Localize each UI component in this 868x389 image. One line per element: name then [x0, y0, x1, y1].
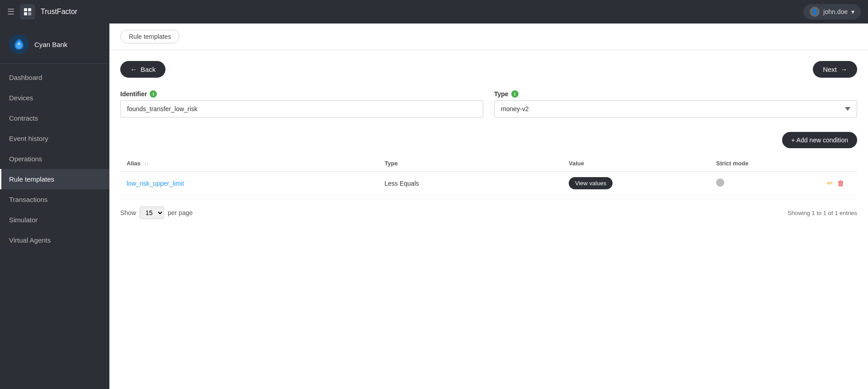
back-arrow-icon: ← [130, 66, 137, 73]
form-row: Identifier i Type i money-v2 money-v1 st… [120, 90, 857, 117]
sidebar-item-label: Contracts [9, 114, 38, 122]
chevron-down-icon: ▾ [851, 8, 854, 15]
per-page-select[interactable]: 10 15 25 50 [140, 206, 164, 219]
sidebar-item-label: Rule templates [9, 175, 54, 183]
view-values-button[interactable]: View values [569, 177, 613, 189]
user-name: john.doe [823, 8, 848, 15]
actions-cell: ✏ 🗑 [821, 172, 858, 195]
nav-row: ← Back Next → [120, 61, 857, 78]
edit-icon[interactable]: ✏ [827, 179, 833, 187]
main-content: Rule templates ← Back Next → Identifier [109, 23, 868, 389]
identifier-info-icon: i [150, 90, 157, 98]
add-condition-button[interactable]: + Add new condition [782, 132, 857, 148]
strict-mode-toggle[interactable] [716, 178, 724, 187]
entries-info: Showing 1 to 1 of 1 entries [788, 210, 857, 216]
table-header: Alias ↑↓ Type Value Strict mode [120, 155, 857, 172]
sidebar: Cyan Bank Dashboard Devices Contracts Ev… [0, 23, 109, 389]
bank-name: Cyan Bank [34, 41, 67, 48]
hamburger-icon[interactable]: ☰ [7, 7, 14, 17]
sidebar-item-event-history[interactable]: Event history [0, 128, 109, 149]
value-cell: View values [562, 172, 710, 195]
sidebar-item-label: Virtual Agents [9, 236, 51, 244]
sidebar-item-label: Simulator [9, 216, 38, 224]
strict-mode-cell [710, 172, 821, 195]
app-title: TrustFactor [41, 8, 77, 16]
next-button[interactable]: Next → [813, 61, 857, 78]
type-info-icon: i [511, 90, 519, 98]
type-group: Type i money-v2 money-v1 standard [494, 90, 857, 117]
topbar: ☰ TrustFactor 👤 john.doe ▾ [0, 0, 868, 23]
sidebar-item-label: Transactions [9, 196, 47, 203]
sidebar-item-devices[interactable]: Devices [0, 88, 109, 108]
next-arrow-icon: → [840, 66, 847, 73]
conditions-table: Alias ↑↓ Type Value Strict mode low_risk… [120, 155, 857, 195]
add-condition-row: + Add new condition [120, 132, 857, 148]
sidebar-item-virtual-agents[interactable]: Virtual Agents [0, 230, 109, 250]
sidebar-item-transactions[interactable]: Transactions [0, 189, 109, 210]
identifier-group: Identifier i [120, 90, 483, 117]
type-label: Type i [494, 90, 857, 98]
value-column-header: Value [562, 155, 710, 172]
layout: Cyan Bank Dashboard Devices Contracts Ev… [0, 23, 868, 389]
action-icons: ✏ 🗑 [827, 179, 851, 187]
strict-mode-column-header: Strict mode [710, 155, 821, 172]
page-content: ← Back Next → Identifier i [109, 50, 868, 389]
next-label: Next [823, 66, 837, 73]
svg-rect-1 [28, 8, 31, 11]
breadcrumb-rule-templates[interactable]: Rule templates [120, 30, 179, 43]
bank-logo [9, 34, 29, 54]
alias-column-header: Alias ↑↓ [120, 155, 378, 172]
per-page-label: per page [168, 209, 193, 216]
topbar-left: ☰ TrustFactor [7, 4, 77, 19]
sidebar-item-dashboard[interactable]: Dashboard [0, 67, 109, 88]
back-label: Back [141, 66, 156, 73]
sidebar-item-label: Event history [9, 135, 48, 142]
sidebar-item-label: Operations [9, 155, 42, 163]
type-column-header: Type [378, 155, 563, 172]
svg-rect-2 [24, 12, 27, 15]
bank-info: Cyan Bank [0, 31, 109, 64]
user-menu[interactable]: 👤 john.doe ▾ [803, 4, 861, 19]
show-per-page: Show 10 15 25 50 per page [120, 206, 193, 219]
sidebar-item-label: Devices [9, 94, 33, 102]
breadcrumb-bar: Rule templates [109, 23, 868, 50]
sidebar-item-contracts[interactable]: Contracts [0, 108, 109, 128]
sidebar-item-operations[interactable]: Operations [0, 149, 109, 169]
sidebar-item-simulator[interactable]: Simulator [0, 210, 109, 230]
identifier-input[interactable] [120, 100, 483, 117]
actions-column-header [821, 155, 858, 172]
type-select[interactable]: money-v2 money-v1 standard [494, 100, 857, 117]
alias-link[interactable]: low_risk_upper_limit [127, 180, 184, 187]
delete-icon[interactable]: 🗑 [837, 179, 844, 187]
alias-cell: low_risk_upper_limit [120, 172, 378, 195]
pagination-row: Show 10 15 25 50 per page Showing 1 to 1… [120, 199, 857, 226]
sort-icon[interactable]: ↑↓ [144, 161, 149, 166]
app-logo [20, 4, 35, 19]
show-label: Show [120, 209, 136, 216]
table-body: low_risk_upper_limit Less Equals View va… [120, 172, 857, 195]
sidebar-item-label: Dashboard [9, 74, 42, 81]
sidebar-item-rule-templates[interactable]: Rule templates [0, 169, 109, 189]
identifier-label: Identifier i [120, 90, 483, 98]
back-button[interactable]: ← Back [120, 61, 165, 78]
table-row: low_risk_upper_limit Less Equals View va… [120, 172, 857, 195]
type-cell: Less Equals [378, 172, 563, 195]
svg-rect-0 [24, 8, 27, 11]
user-avatar-icon: 👤 [810, 7, 820, 17]
svg-rect-3 [28, 12, 31, 15]
